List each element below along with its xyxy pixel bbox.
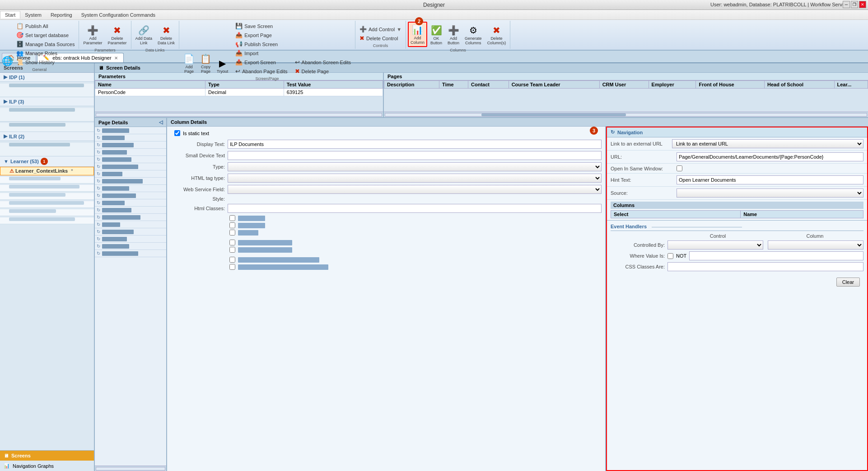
menu-start[interactable]: Start: [0, 11, 20, 19]
ok-button[interactable]: ✅ OKButton: [428, 22, 444, 47]
sidebar-group-ilp[interactable]: ▶ ILP (3): [0, 97, 94, 106]
copy-page-button[interactable]: 📋 CopyPage: [198, 50, 214, 75]
is-static-text-checkbox[interactable]: [174, 130, 180, 136]
window-controls[interactable]: ─ ❐ ✕: [843, 1, 866, 8]
html-classes-input[interactable]: [228, 204, 602, 213]
add-control-button[interactable]: ➕ Add Control ▼: [357, 25, 404, 33]
sidebar-group-learner[interactable]: ▼ Learner (53) 1: [0, 156, 94, 167]
del-page-icon: ✖: [295, 68, 300, 75]
list-item[interactable]: ↻: [95, 163, 166, 170]
nav-link-select[interactable]: Link to an external URL Link to internal…: [672, 139, 863, 148]
menu-system-config[interactable]: System Configuration Commands: [77, 11, 160, 19]
list-item[interactable]: ↻: [95, 149, 166, 156]
tab-close-button[interactable]: ✕: [114, 56, 118, 61]
add-data-link-button[interactable]: 🔗 Add DataLink: [133, 22, 155, 47]
list-item[interactable]: ↻: [95, 228, 166, 236]
style-cb-2[interactable]: [229, 222, 235, 228]
list-item[interactable]: ↻: [95, 185, 166, 192]
abandon-screen-icon: ↩: [295, 59, 300, 66]
param-row[interactable]: PersonCode Decimal 639125: [95, 89, 383, 96]
sidebar-footer-nav-graphs[interactable]: 📊 Navigation Graphs: [0, 461, 94, 471]
add-button-btn[interactable]: ➕ AddButton: [445, 22, 462, 47]
add-column-button[interactable]: 📊 AddColumn: [408, 22, 427, 47]
list-item[interactable]: ↻: [95, 192, 166, 199]
list-item[interactable]: ↻: [95, 250, 166, 257]
list-item[interactable]: ↻: [95, 236, 166, 243]
sidebar-group-idp[interactable]: ▶ IDP (1): [0, 73, 94, 82]
list-item[interactable]: ↻: [95, 214, 166, 221]
not-checkbox[interactable]: [667, 253, 673, 259]
restore-button[interactable]: ❐: [851, 1, 858, 8]
page-details-list: ↻ ↻ ↻ ↻ ↻: [95, 127, 166, 466]
minimize-button[interactable]: ─: [843, 1, 850, 8]
menu-reporting[interactable]: Reporting: [46, 11, 77, 19]
open-same-window-checkbox[interactable]: [677, 165, 682, 171]
controlled-by-control-select[interactable]: [667, 240, 763, 250]
abandon-screen-edits-button[interactable]: ↩ Abandon Screen Edits: [293, 58, 353, 66]
style-cb-5[interactable]: [229, 247, 235, 253]
manage-roles-button[interactable]: 👥 Manage Roles: [14, 49, 77, 57]
hint-text-input[interactable]: [677, 175, 863, 184]
style-cb-6[interactable]: [229, 257, 235, 263]
page-details-collapse[interactable]: ◁: [159, 119, 163, 125]
display-text-input[interactable]: [228, 140, 602, 149]
list-item[interactable]: ↻: [95, 207, 166, 214]
show-history-button[interactable]: 📜 Show History: [14, 58, 77, 66]
publish-screen-button[interactable]: 📢 Publish Screen: [233, 40, 289, 48]
clear-button[interactable]: Clear: [836, 278, 860, 287]
style-cb-4[interactable]: [229, 240, 235, 245]
row-bar: [102, 237, 127, 241]
style-row: Style:: [171, 196, 602, 202]
set-target-db-button[interactable]: 🎯 Set target database: [14, 31, 77, 39]
add-page-button[interactable]: 📄 AddPage: [181, 50, 197, 75]
abandon-page-edits-button[interactable]: ↩ Abandon Page Edits: [233, 67, 289, 75]
tryout-button[interactable]: ▶ Tryout: [215, 50, 230, 75]
publish-all-button[interactable]: 📋 Publish All: [14, 22, 77, 30]
list-item[interactable]: ↻: [95, 199, 166, 207]
add-parameter-button[interactable]: ➕ AddParameter: [81, 22, 104, 47]
add-link-icon: 🔗: [138, 25, 149, 36]
where-value-label: Where Value Is:: [611, 253, 665, 259]
type-select[interactable]: [228, 162, 602, 171]
list-item[interactable]: ↻: [95, 156, 166, 163]
close-button[interactable]: ✕: [859, 1, 866, 8]
web-service-select[interactable]: [228, 185, 602, 194]
list-item[interactable]: ↻: [95, 127, 166, 134]
list-item[interactable]: ↻: [95, 170, 166, 178]
list-item[interactable]: ↻: [95, 141, 166, 149]
style-cb-3[interactable]: [229, 230, 235, 236]
url-input[interactable]: [677, 152, 863, 161]
import-button[interactable]: 📥 Import: [233, 49, 289, 57]
html-tag-select[interactable]: [228, 174, 602, 183]
ribbon-group-parameters: ➕ AddParameter ✖ DeleteParameter Paramet…: [79, 21, 131, 49]
delete-parameter-button[interactable]: ✖ DeleteParameter: [105, 22, 129, 47]
row-bar: [102, 208, 131, 212]
sidebar-item-learner-contextlinks[interactable]: ⚠ Learner_ContextLinks *: [0, 167, 94, 175]
delete-control-button[interactable]: ✖ Delete Control: [357, 34, 404, 42]
controlled-by-column-select[interactable]: [768, 240, 863, 250]
where-value-input[interactable]: [689, 251, 863, 260]
controlled-by-label: Controlled By:: [611, 242, 665, 248]
param-name: PersonCode: [95, 89, 205, 96]
menu-system[interactable]: System: [20, 11, 46, 19]
delete-page-button[interactable]: ✖ Delete Page: [293, 67, 353, 75]
list-item[interactable]: ↻: [95, 243, 166, 250]
nav-panel-header: ↻ Navigation: [607, 127, 867, 137]
export-page-button[interactable]: 📤 Export Page: [233, 31, 289, 39]
list-item[interactable]: ↻: [95, 178, 166, 185]
generate-columns-button[interactable]: ⚙ GenerateColumns: [462, 22, 484, 47]
list-item[interactable]: ↻: [95, 221, 166, 228]
style-cb-1[interactable]: [229, 215, 235, 221]
small-device-input[interactable]: [228, 151, 602, 160]
delete-data-link-button[interactable]: ✖ DeleteData Link: [155, 22, 177, 47]
manage-data-sources-button[interactable]: 🗄️ Manage Data Sources: [14, 40, 77, 48]
list-item[interactable]: ↻: [95, 134, 166, 141]
delete-columns-button[interactable]: ✖ DeleteColumn(s): [485, 22, 509, 47]
css-classes-input[interactable]: [667, 262, 863, 271]
style-cb-7[interactable]: [229, 264, 235, 270]
save-screen-button[interactable]: 💾 Save Screen: [233, 22, 289, 30]
source-select[interactable]: [677, 188, 863, 198]
export-screen-button[interactable]: 📤 Export Screen: [233, 58, 289, 66]
sidebar-group-ilr[interactable]: ▶ ILR (2): [0, 132, 94, 141]
sidebar-footer-screens[interactable]: 🖥 Screens: [0, 451, 94, 461]
